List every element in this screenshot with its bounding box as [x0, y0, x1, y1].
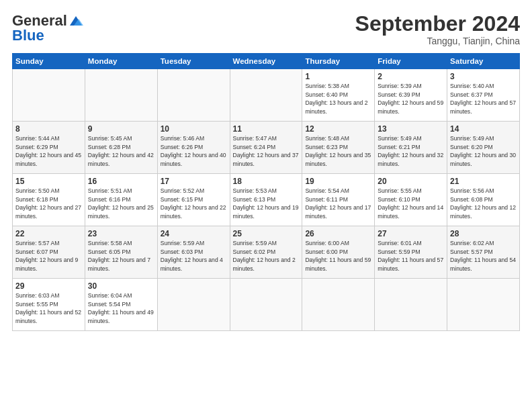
day-cell-29: 29Sunrise: 6:03 AMSunset: 5:55 PMDayligh… [13, 279, 85, 331]
day-number: 24 [161, 229, 227, 238]
page: General Blue September 2024 Tanggu, Tian… [0, 0, 532, 411]
col-header-monday: Monday [85, 54, 157, 69]
day-number: 28 [450, 229, 517, 238]
day-info: Sunrise: 5:59 AMSunset: 6:02 PMDaylight:… [233, 239, 300, 273]
day-info: Sunrise: 6:02 AMSunset: 5:57 PMDaylight:… [450, 239, 517, 273]
day-number: 25 [233, 229, 300, 238]
week-row-5: 29Sunrise: 6:03 AMSunset: 5:55 PMDayligh… [13, 279, 520, 331]
day-number: 27 [378, 229, 444, 238]
day-number: 15 [15, 177, 82, 186]
day-number: 20 [378, 177, 444, 186]
day-cell-1: 1Sunrise: 5:38 AMSunset: 6:40 PMDaylight… [302, 69, 375, 122]
day-cell-26: 26Sunrise: 6:00 AMSunset: 6:00 PMDayligh… [302, 226, 375, 279]
logo: General Blue [12, 12, 83, 44]
col-header-thursday: Thursday [302, 54, 375, 69]
day-info: Sunrise: 5:57 AMSunset: 6:07 PMDaylight:… [15, 239, 82, 273]
day-number: 8 [15, 124, 82, 134]
col-header-sunday: Sunday [13, 54, 85, 69]
day-info: Sunrise: 5:38 AMSunset: 6:40 PMDaylight:… [305, 82, 371, 116]
day-info: Sunrise: 5:59 AMSunset: 6:03 PMDaylight:… [161, 239, 227, 273]
day-cell-23: 23Sunrise: 5:58 AMSunset: 6:05 PMDayligh… [85, 226, 157, 279]
empty-cell [230, 279, 302, 331]
calendar-table: SundayMondayTuesdayWednesdayThursdayFrid… [12, 53, 520, 331]
day-info: Sunrise: 5:49 AMSunset: 6:20 PMDaylight:… [450, 134, 517, 168]
day-number: 16 [88, 177, 154, 186]
logo-icon [69, 15, 83, 27]
day-number: 3 [450, 72, 517, 81]
empty-cell [230, 69, 302, 122]
day-cell-9: 9Sunrise: 5:45 AMSunset: 6:28 PMDaylight… [85, 122, 157, 174]
logo-blue: Blue [12, 27, 44, 44]
day-cell-21: 21Sunrise: 5:56 AMSunset: 6:08 PMDayligh… [447, 174, 520, 226]
week-row-3: 15Sunrise: 5:50 AMSunset: 6:18 PMDayligh… [13, 174, 520, 226]
day-info: Sunrise: 5:50 AMSunset: 6:18 PMDaylight:… [15, 187, 82, 220]
day-cell-17: 17Sunrise: 5:52 AMSunset: 6:15 PMDayligh… [157, 174, 230, 226]
day-info: Sunrise: 6:00 AMSunset: 6:00 PMDaylight:… [305, 239, 371, 273]
location: Tanggu, Tianjin, China [355, 36, 520, 46]
day-number: 30 [88, 281, 154, 291]
day-number: 18 [233, 177, 300, 186]
day-cell-10: 10Sunrise: 5:46 AMSunset: 6:26 PMDayligh… [157, 122, 230, 174]
day-info: Sunrise: 5:47 AMSunset: 6:24 PMDaylight:… [233, 134, 300, 168]
day-cell-18: 18Sunrise: 5:53 AMSunset: 6:13 PMDayligh… [230, 174, 302, 226]
day-cell-28: 28Sunrise: 6:02 AMSunset: 5:57 PMDayligh… [447, 226, 520, 279]
day-info: Sunrise: 5:39 AMSunset: 6:39 PMDaylight:… [378, 82, 444, 116]
day-cell-13: 13Sunrise: 5:49 AMSunset: 6:21 PMDayligh… [375, 122, 447, 174]
day-cell-14: 14Sunrise: 5:49 AMSunset: 6:20 PMDayligh… [447, 122, 520, 174]
day-number: 1 [305, 72, 371, 81]
day-number: 17 [161, 177, 227, 186]
week-row-1: 1Sunrise: 5:38 AMSunset: 6:40 PMDaylight… [13, 69, 520, 122]
day-info: Sunrise: 5:52 AMSunset: 6:15 PMDaylight:… [161, 187, 227, 220]
day-info: Sunrise: 5:55 AMSunset: 6:10 PMDaylight:… [378, 187, 444, 220]
empty-cell [157, 69, 230, 122]
day-number: 11 [233, 124, 300, 134]
empty-cell [85, 69, 157, 122]
day-info: Sunrise: 5:56 AMSunset: 6:08 PMDaylight:… [450, 187, 517, 220]
day-number: 26 [305, 229, 371, 238]
day-number: 12 [305, 124, 371, 134]
week-row-2: 8Sunrise: 5:44 AMSunset: 6:29 PMDaylight… [13, 122, 520, 174]
week-row-4: 22Sunrise: 5:57 AMSunset: 6:07 PMDayligh… [13, 226, 520, 279]
day-number: 2 [378, 72, 444, 81]
empty-cell [302, 279, 375, 331]
day-number: 29 [15, 281, 82, 291]
day-info: Sunrise: 5:44 AMSunset: 6:29 PMDaylight:… [15, 134, 82, 168]
day-number: 22 [15, 229, 82, 238]
day-cell-20: 20Sunrise: 5:55 AMSunset: 6:10 PMDayligh… [375, 174, 447, 226]
empty-cell [157, 279, 230, 331]
day-cell-22: 22Sunrise: 5:57 AMSunset: 6:07 PMDayligh… [13, 226, 85, 279]
day-info: Sunrise: 6:04 AMSunset: 5:54 PMDaylight:… [88, 291, 154, 325]
col-header-wednesday: Wednesday [230, 54, 302, 69]
day-info: Sunrise: 5:49 AMSunset: 6:21 PMDaylight:… [378, 134, 444, 168]
day-number: 9 [88, 124, 154, 134]
day-info: Sunrise: 6:03 AMSunset: 5:55 PMDaylight:… [15, 291, 82, 325]
day-number: 13 [378, 124, 444, 134]
empty-cell [13, 69, 85, 122]
day-info: Sunrise: 5:51 AMSunset: 6:16 PMDaylight:… [88, 187, 154, 220]
day-cell-12: 12Sunrise: 5:48 AMSunset: 6:23 PMDayligh… [302, 122, 375, 174]
day-info: Sunrise: 6:01 AMSunset: 5:59 PMDaylight:… [378, 239, 444, 273]
header: General Blue September 2024 Tanggu, Tian… [12, 12, 520, 46]
day-cell-3: 3Sunrise: 5:40 AMSunset: 6:37 PMDaylight… [447, 69, 520, 122]
day-number: 21 [450, 177, 517, 186]
day-info: Sunrise: 5:40 AMSunset: 6:37 PMDaylight:… [450, 82, 517, 116]
day-cell-27: 27Sunrise: 6:01 AMSunset: 5:59 PMDayligh… [375, 226, 447, 279]
day-cell-16: 16Sunrise: 5:51 AMSunset: 6:16 PMDayligh… [85, 174, 157, 226]
day-cell-15: 15Sunrise: 5:50 AMSunset: 6:18 PMDayligh… [13, 174, 85, 226]
day-cell-30: 30Sunrise: 6:04 AMSunset: 5:54 PMDayligh… [85, 279, 157, 331]
month-title: September 2024 [355, 12, 520, 36]
empty-cell [447, 279, 520, 331]
day-cell-8: 8Sunrise: 5:44 AMSunset: 6:29 PMDaylight… [13, 122, 85, 174]
day-cell-25: 25Sunrise: 5:59 AMSunset: 6:02 PMDayligh… [230, 226, 302, 279]
day-cell-24: 24Sunrise: 5:59 AMSunset: 6:03 PMDayligh… [157, 226, 230, 279]
col-header-saturday: Saturday [447, 54, 520, 69]
day-info: Sunrise: 5:53 AMSunset: 6:13 PMDaylight:… [233, 187, 300, 220]
day-number: 10 [161, 124, 227, 134]
day-info: Sunrise: 5:45 AMSunset: 6:28 PMDaylight:… [88, 134, 154, 168]
day-cell-11: 11Sunrise: 5:47 AMSunset: 6:24 PMDayligh… [230, 122, 302, 174]
col-header-friday: Friday [375, 54, 447, 69]
day-number: 14 [450, 124, 517, 134]
day-info: Sunrise: 5:54 AMSunset: 6:11 PMDaylight:… [305, 187, 371, 220]
day-cell-19: 19Sunrise: 5:54 AMSunset: 6:11 PMDayligh… [302, 174, 375, 226]
col-header-tuesday: Tuesday [157, 54, 230, 69]
